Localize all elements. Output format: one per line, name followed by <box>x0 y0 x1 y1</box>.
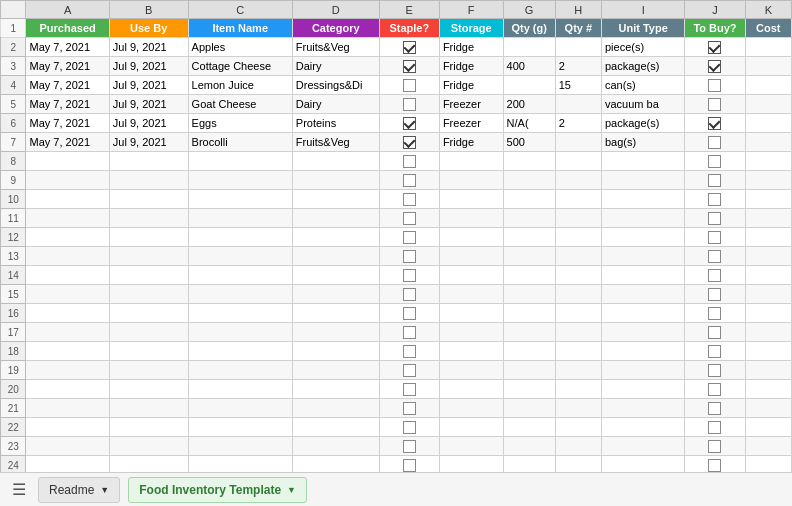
empty-cell <box>292 285 379 304</box>
empty-staple[interactable] <box>379 228 439 247</box>
empty-cell <box>602 247 685 266</box>
empty-row: 15 <box>1 285 792 304</box>
table-row: 2May 7, 2021Jul 9, 2021ApplesFruits&VegF… <box>1 38 792 57</box>
empty-cell <box>188 323 292 342</box>
tab-readme[interactable]: Readme ▼ <box>38 477 120 503</box>
empty-staple[interactable] <box>379 190 439 209</box>
row-num-empty: 18 <box>1 342 26 361</box>
empty-cell <box>26 190 109 209</box>
empty-staple[interactable] <box>379 399 439 418</box>
header-unit-type: Unit Type <box>602 19 685 38</box>
empty-staple[interactable] <box>379 323 439 342</box>
cell-to-buy[interactable] <box>685 133 745 152</box>
empty-row: 16 <box>1 304 792 323</box>
empty-tobuy[interactable] <box>685 247 745 266</box>
cell-use-by: Jul 9, 2021 <box>109 133 188 152</box>
empty-tobuy[interactable] <box>685 190 745 209</box>
cell-staple[interactable] <box>379 38 439 57</box>
empty-tobuy[interactable] <box>685 152 745 171</box>
cell-to-buy[interactable] <box>685 57 745 76</box>
empty-staple[interactable] <box>379 152 439 171</box>
empty-cell <box>109 380 188 399</box>
empty-cell <box>26 228 109 247</box>
empty-tobuy[interactable] <box>685 380 745 399</box>
col-header-j[interactable]: J <box>685 1 745 19</box>
empty-cost <box>745 456 791 473</box>
tab-food-arrow: ▼ <box>287 485 296 495</box>
empty-tobuy[interactable] <box>685 437 745 456</box>
empty-cost <box>745 247 791 266</box>
empty-staple[interactable] <box>379 266 439 285</box>
cell-to-buy[interactable] <box>685 38 745 57</box>
hamburger-icon[interactable]: ☰ <box>8 476 30 503</box>
empty-row: 13 <box>1 247 792 266</box>
empty-tobuy[interactable] <box>685 342 745 361</box>
col-header-h[interactable]: H <box>555 1 601 19</box>
empty-staple[interactable] <box>379 437 439 456</box>
empty-tobuy[interactable] <box>685 361 745 380</box>
table-row: 3May 7, 2021Jul 9, 2021Cottage CheeseDai… <box>1 57 792 76</box>
cell-to-buy[interactable] <box>685 76 745 95</box>
row-num-empty: 14 <box>1 266 26 285</box>
empty-tobuy[interactable] <box>685 228 745 247</box>
col-header-i[interactable]: I <box>602 1 685 19</box>
tab-food-inventory[interactable]: Food Inventory Template ▼ <box>128 477 307 503</box>
col-header-e[interactable]: E <box>379 1 439 19</box>
col-header-d[interactable]: D <box>292 1 379 19</box>
empty-tobuy[interactable] <box>685 399 745 418</box>
empty-staple[interactable] <box>379 285 439 304</box>
col-header-f[interactable]: F <box>439 1 503 19</box>
col-header-a[interactable]: A <box>26 1 109 19</box>
empty-tobuy[interactable] <box>685 456 745 473</box>
col-header-k[interactable]: K <box>745 1 791 19</box>
empty-tobuy[interactable] <box>685 266 745 285</box>
empty-cell <box>503 380 555 399</box>
empty-staple[interactable] <box>379 171 439 190</box>
empty-cell <box>503 437 555 456</box>
empty-tobuy[interactable] <box>685 285 745 304</box>
empty-cell <box>188 304 292 323</box>
col-header-c[interactable]: C <box>188 1 292 19</box>
empty-cell <box>439 285 503 304</box>
empty-cell <box>188 228 292 247</box>
empty-staple[interactable] <box>379 342 439 361</box>
cell-staple[interactable] <box>379 133 439 152</box>
grid-wrapper[interactable]: A B C D E F G H I J K 1 <box>0 0 792 472</box>
empty-cell <box>292 380 379 399</box>
empty-tobuy[interactable] <box>685 209 745 228</box>
empty-staple[interactable] <box>379 380 439 399</box>
empty-cell <box>602 437 685 456</box>
cell-to-buy[interactable] <box>685 114 745 133</box>
col-header-g[interactable]: G <box>503 1 555 19</box>
row-num-empty: 13 <box>1 247 26 266</box>
cell-to-buy[interactable] <box>685 95 745 114</box>
empty-cell <box>188 380 292 399</box>
empty-tobuy[interactable] <box>685 323 745 342</box>
empty-staple[interactable] <box>379 304 439 323</box>
cell-item-name: Lemon Juice <box>188 76 292 95</box>
empty-staple[interactable] <box>379 418 439 437</box>
empty-staple[interactable] <box>379 456 439 473</box>
empty-staple[interactable] <box>379 209 439 228</box>
row-num-empty: 23 <box>1 437 26 456</box>
empty-cell <box>503 228 555 247</box>
table-row: 4May 7, 2021Jul 9, 2021Lemon JuiceDressi… <box>1 76 792 95</box>
col-header-b[interactable]: B <box>109 1 188 19</box>
row-num-cell: 7 <box>1 133 26 152</box>
cell-staple[interactable] <box>379 95 439 114</box>
empty-cell <box>439 361 503 380</box>
empty-staple[interactable] <box>379 361 439 380</box>
empty-cell <box>109 342 188 361</box>
empty-cell <box>602 209 685 228</box>
empty-tobuy[interactable] <box>685 418 745 437</box>
empty-cell <box>292 456 379 473</box>
empty-tobuy[interactable] <box>685 304 745 323</box>
empty-row: 9 <box>1 171 792 190</box>
empty-staple[interactable] <box>379 247 439 266</box>
cell-unit-type: package(s) <box>602 114 685 133</box>
cell-staple[interactable] <box>379 57 439 76</box>
cell-staple[interactable] <box>379 114 439 133</box>
cell-staple[interactable] <box>379 76 439 95</box>
empty-tobuy[interactable] <box>685 171 745 190</box>
empty-cell <box>188 171 292 190</box>
